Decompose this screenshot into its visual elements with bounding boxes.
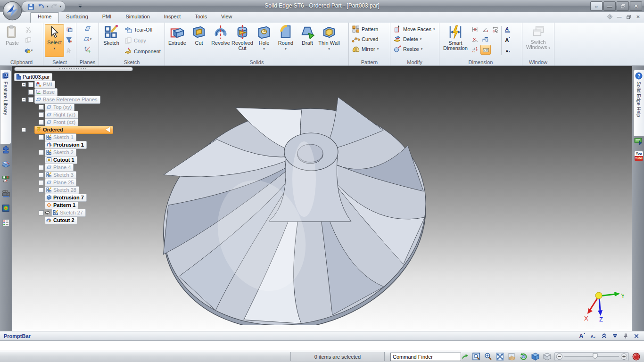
tree-row-protrusion-7[interactable]: Protrusion 7 [14, 194, 146, 201]
symmetric-diameter-button[interactable] [470, 35, 479, 44]
ribbon-modify-delete-button[interactable]: Delete▾ [392, 34, 438, 44]
tree-row-sketch-27[interactable]: Sketch 27 [14, 209, 146, 216]
doc-close-button[interactable]: ✕ [634, 13, 642, 20]
close-button[interactable]: ✕ [630, 1, 642, 11]
smart-dimension-button[interactable]: Smart Dimension [441, 24, 470, 57]
3d-viewport[interactable]: Part003.par+PMIBase−Base Reference Plane… [12, 66, 632, 331]
tab-inspect[interactable]: Inspect [157, 12, 188, 23]
select-box-button[interactable] [65, 25, 74, 34]
fullscreen-toggle-button[interactable]: ⇔ [590, 1, 603, 11]
color-manager-icon[interactable] [1, 204, 10, 212]
record-button[interactable] [632, 352, 641, 361]
tree-row-ordered[interactable]: −Ordered [14, 126, 146, 133]
tree-row-base[interactable]: Base [14, 88, 146, 96]
sketch-button[interactable]: Sketch [100, 24, 122, 57]
zoom-slider-track[interactable] [564, 356, 619, 357]
font-decrease-button[interactable]: A [503, 46, 512, 55]
doc-minimize-button[interactable]: — [615, 13, 623, 20]
tree-row-front-xz-[interactable]: Front (xz) [14, 118, 146, 126]
zoom-slider-thumb[interactable] [593, 353, 598, 360]
feature-library-tab[interactable]: Feature Library [0, 70, 11, 144]
ribbon-solids-cut-button[interactable]: Cut [188, 24, 210, 57]
promptbar-pin-button[interactable] [622, 332, 629, 339]
promptbar-collapse-button[interactable] [600, 332, 608, 339]
cut-button[interactable] [24, 25, 33, 34]
tree-row-top-xy-[interactable]: Top (xy) [14, 103, 146, 111]
fit-button[interactable] [495, 352, 504, 361]
tree-checkbox[interactable] [28, 97, 33, 102]
minimize-button[interactable]: — [603, 1, 616, 11]
deselect-button[interactable] [65, 46, 74, 55]
tab-pmi[interactable]: PMI [95, 12, 119, 23]
doc-restore-button[interactable] [625, 13, 633, 20]
rotate-button[interactable] [519, 352, 528, 361]
font-increase-button[interactable]: A [503, 35, 512, 44]
view-styles-button[interactable] [543, 352, 552, 361]
ribbon-modify-move-faces-button[interactable]: Move Faces▾ [392, 24, 438, 34]
motion-icon[interactable] [1, 189, 10, 197]
tree-expand-toggle[interactable]: − [22, 128, 26, 132]
youtube-icon[interactable]: You Tube [634, 151, 644, 161]
impeller-model[interactable] [149, 80, 450, 325]
ribbon-solids-extrude-button[interactable]: Extrude [166, 24, 188, 57]
restore-button[interactable] [617, 1, 629, 11]
tree-row-part003-par[interactable]: Part003.par [14, 73, 146, 81]
tab-home[interactable]: Home [30, 12, 59, 23]
more-planes-button[interactable]: ▾ [83, 34, 92, 43]
ribbon-solids-revolved-cut-button[interactable]: Revolved Cut [231, 24, 253, 57]
tree-row-right-yz-[interactable]: Right (yz) [14, 111, 146, 118]
font-color-button[interactable]: A [503, 25, 512, 34]
training-icon[interactable] [634, 137, 643, 145]
tree-row-base-reference-planes[interactable]: −Base Reference Planes [14, 96, 146, 103]
ribbon-solids-thin-wall-button[interactable]: Thin Wall▾ [318, 24, 340, 57]
ribbon-solids-hole-button[interactable]: Hole▾ [253, 24, 275, 57]
application-button[interactable] [2, 1, 22, 21]
tree-checkbox[interactable] [39, 180, 44, 185]
info-table-icon[interactable] [1, 218, 10, 227]
ribbon-sketch-tear-off-button[interactable]: Tear-Off [123, 25, 163, 34]
ribbon-solids-round-button[interactable]: Round▾ [275, 24, 297, 57]
tree-checkbox[interactable] [28, 90, 33, 95]
pathfinder-splitter[interactable] [14, 67, 133, 71]
coordinate-dimension-button[interactable] [480, 35, 490, 44]
tree-row-pmi[interactable]: +PMI [14, 81, 146, 88]
tab-surfacing[interactable]: Surfacing [59, 12, 95, 23]
tree-row-cutout-2[interactable]: Cutout 2 [14, 216, 146, 224]
tree-checkbox[interactable] [39, 135, 44, 140]
layers-icon[interactable] [1, 160, 10, 168]
tree-checkbox[interactable] [39, 150, 44, 155]
solid-edge-help-tab[interactable]: ? Solid Edge Help [633, 70, 644, 137]
tree-expand-toggle[interactable]: − [22, 98, 26, 102]
tree-row-cutout-1[interactable]: Cutout 1 [14, 156, 146, 164]
tree-checkbox[interactable] [39, 188, 44, 193]
copy-button[interactable] [24, 35, 33, 44]
tree-checkbox[interactable] [28, 82, 33, 87]
tree-row-plane-25[interactable]: Plane 25 [14, 179, 146, 186]
select-button[interactable]: Select▾ [45, 24, 64, 57]
dimension-style-button[interactable] [480, 45, 491, 55]
ribbon-pattern-mirror-button[interactable]: Mirror▾ [350, 44, 388, 54]
select-filter-button[interactable]: H [65, 35, 74, 44]
command-finder-input[interactable] [390, 353, 461, 361]
switch-windows-button[interactable]: Switch Windows ▾ [524, 24, 553, 57]
promptbar-font-decrease-button[interactable]: A [589, 332, 597, 339]
pan-button[interactable] [507, 352, 516, 361]
coincident-plane-button[interactable] [83, 24, 92, 33]
tree-row-sketch-3[interactable]: Sketch 3 [14, 171, 146, 179]
ribbon-sketch-copy-button[interactable]: Copy [123, 36, 163, 45]
paste-button[interactable]: Paste [1, 24, 23, 57]
ribbon-pattern-curved-button[interactable]: Curved [350, 34, 388, 44]
tree-checkbox[interactable] [39, 112, 44, 117]
tree-row-protrusion-1[interactable]: Protrusion 1 [14, 141, 146, 148]
tab-tools[interactable]: Tools [188, 12, 214, 23]
dimension-pickup-button[interactable] [491, 25, 500, 34]
coordinate-system-button[interactable]: xzy [83, 45, 92, 54]
tree-checkbox[interactable] [39, 210, 44, 215]
sensors-icon[interactable] [1, 174, 10, 183]
angle-between-button[interactable] [480, 25, 490, 34]
tree-row-sketch-28[interactable]: Sketch 28 [14, 186, 146, 194]
shaded-view-button[interactable] [531, 352, 540, 361]
tab-view[interactable]: View [214, 12, 239, 23]
ribbon-modify-resize-button[interactable]: Resize▾ [392, 44, 438, 54]
tree-checkbox[interactable] [39, 120, 44, 125]
